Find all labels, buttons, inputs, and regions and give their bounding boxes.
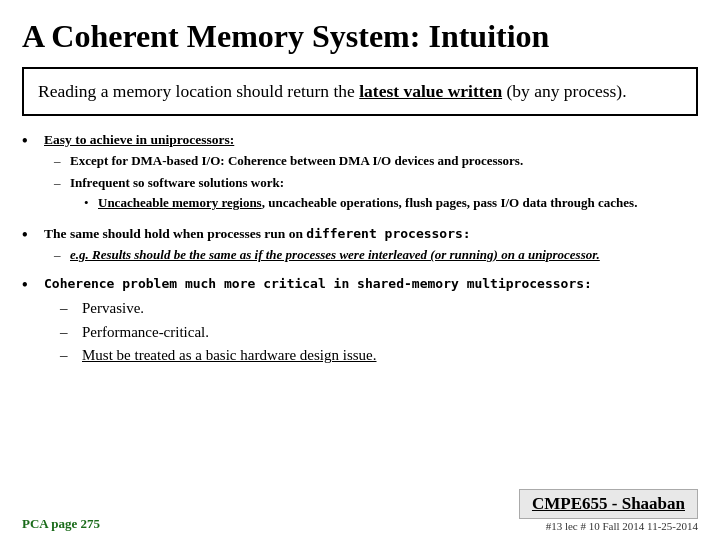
dash-dash-3-3: –	[60, 345, 82, 367]
bullet-item-1: • Easy to achieve in uniprocessors: – Ex…	[22, 130, 698, 218]
bullet-text-2: The same should hold when processes run …	[44, 224, 698, 268]
bullet-1-label: Easy to achieve in uniprocessors:	[44, 132, 234, 147]
highlight-text-underline: latest value written	[359, 81, 502, 101]
highlight-text-pre: Reading a memory location should return …	[38, 81, 359, 101]
dash-text-3-2: Performance-critical.	[82, 322, 209, 343]
dash-item-3-1: – Pervasive.	[60, 298, 698, 320]
sub-dash-1-2: –	[54, 174, 70, 193]
sub-sub-item-1-2-1: • Uncacheable memory regions, uncacheabl…	[84, 194, 637, 213]
dash-dash-3-2: –	[60, 322, 82, 344]
bullet-3-label: Coherence problem much more critical in …	[44, 276, 592, 291]
sub-text-1-2: Infrequent so software solutions work:	[70, 175, 284, 190]
sub-item-2-1: – e.g. Results should be the same as if …	[54, 246, 698, 265]
bullet-dot-2: •	[22, 224, 44, 246]
sub-sub-dot-1-2-1: •	[84, 194, 98, 213]
bullet-dot-1: •	[22, 130, 44, 152]
sub-dash-2-1: –	[54, 246, 70, 265]
highlight-box: Reading a memory location should return …	[22, 67, 698, 116]
dash-text-3-1: Pervasive.	[82, 298, 144, 319]
footer-meta: #13 lec # 10 Fall 2014 11-25-2014	[519, 520, 698, 532]
dash-dash-3-1: –	[60, 298, 82, 320]
sub-text-1-1: Except for DMA-based I/O: Coherence betw…	[70, 152, 698, 171]
footer: PCA page 275 CMPE655 - Shaaban #13 lec #…	[0, 489, 720, 532]
bullet-text-3: Coherence problem much more critical in …	[44, 274, 698, 369]
highlight-text-post: (by any process).	[502, 81, 626, 101]
bullet-2-label: The same should hold when processes run …	[44, 226, 471, 241]
course-name: CMPE655 - Shaaban	[532, 494, 685, 514]
footer-course-box: CMPE655 - Shaaban	[519, 489, 698, 519]
sub-sub-text-1-2-1: Uncacheable memory regions, uncacheable …	[98, 194, 637, 212]
footer-right-area: CMPE655 - Shaaban #13 lec # 10 Fall 2014…	[519, 489, 698, 532]
sub-list-1: – Except for DMA-based I/O: Coherence be…	[54, 152, 698, 216]
bullet-item-2: • The same should hold when processes ru…	[22, 224, 698, 268]
bullet-text-1: Easy to achieve in uniprocessors: – Exce…	[44, 130, 698, 218]
content-area: • Easy to achieve in uniprocessors: – Ex…	[22, 130, 698, 369]
dash-text-3-3: Must be treated as a basic hardware desi…	[82, 345, 377, 366]
sub-sub-list-1-2: • Uncacheable memory regions, uncacheabl…	[84, 194, 637, 213]
bullet-dot-3: •	[22, 274, 44, 296]
dash-item-3-2: – Performance-critical.	[60, 322, 698, 344]
bullet-item-3: • Coherence problem much more critical i…	[22, 274, 698, 369]
sub-text-2-1: e.g. Results should be the same as if th…	[70, 246, 698, 265]
sub-text-1-2-wrap: Infrequent so software solutions work: •…	[70, 174, 637, 216]
sub-item-1-1: – Except for DMA-based I/O: Coherence be…	[54, 152, 698, 171]
footer-left-text: PCA page 275	[22, 516, 100, 532]
dash-item-3-3: – Must be treated as a basic hardware de…	[60, 345, 698, 367]
sub-dash-1-1: –	[54, 152, 70, 171]
sub-list-2: – e.g. Results should be the same as if …	[54, 246, 698, 265]
sub-item-1-2: – Infrequent so software solutions work:…	[54, 174, 698, 216]
dash-list-3: – Pervasive. – Performance-critical. – M…	[60, 298, 698, 367]
page-title: A Coherent Memory System: Intuition	[22, 18, 698, 55]
